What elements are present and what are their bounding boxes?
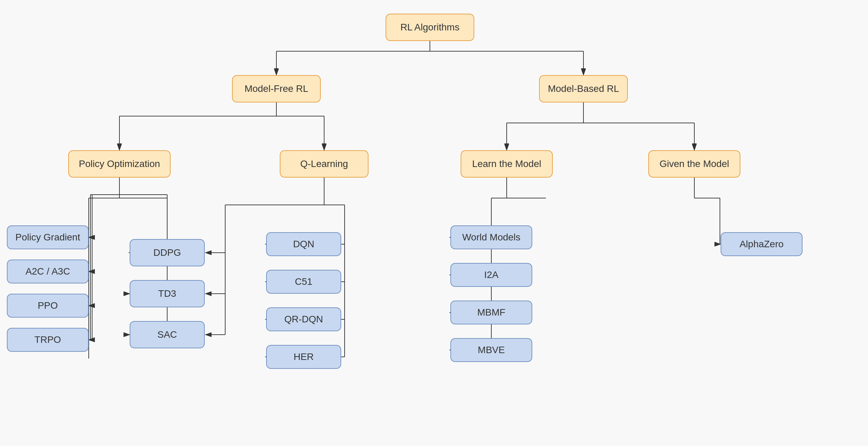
node-model-free: Model-Free RL	[232, 75, 321, 102]
node-policy-gradient: Policy Gradient	[7, 225, 89, 249]
node-ddpg: DDPG	[130, 239, 205, 266]
node-mbmf: MBMF	[450, 301, 532, 324]
node-trpo: TRPO	[7, 328, 89, 352]
node-learn-model: Learn the Model	[461, 150, 553, 178]
node-ppo: PPO	[7, 294, 89, 318]
node-i2a: I2A	[450, 263, 532, 287]
node-rl-algorithms: RL Algorithms	[386, 14, 474, 41]
node-qr-dqn: QR-DQN	[266, 307, 341, 331]
node-model-based: Model-Based RL	[539, 75, 628, 102]
node-q-learning: Q-Learning	[280, 150, 368, 178]
node-world-models: World Models	[450, 225, 532, 249]
node-policy-opt: Policy Optimization	[68, 150, 171, 178]
node-dqn: DQN	[266, 232, 341, 256]
diagram-container: RL Algorithms Model-Free RL Model-Based …	[0, 0, 868, 446]
node-given-model: Given the Model	[648, 150, 740, 178]
node-mbve: MBVE	[450, 338, 532, 362]
node-alphazero: AlphaZero	[721, 232, 802, 256]
node-sac: SAC	[130, 321, 205, 348]
node-td3: TD3	[130, 280, 205, 307]
node-her: HER	[266, 345, 341, 369]
node-a2c-a3c: A2C / A3C	[7, 260, 89, 283]
node-c51: C51	[266, 270, 341, 294]
connector-lines	[0, 0, 868, 446]
